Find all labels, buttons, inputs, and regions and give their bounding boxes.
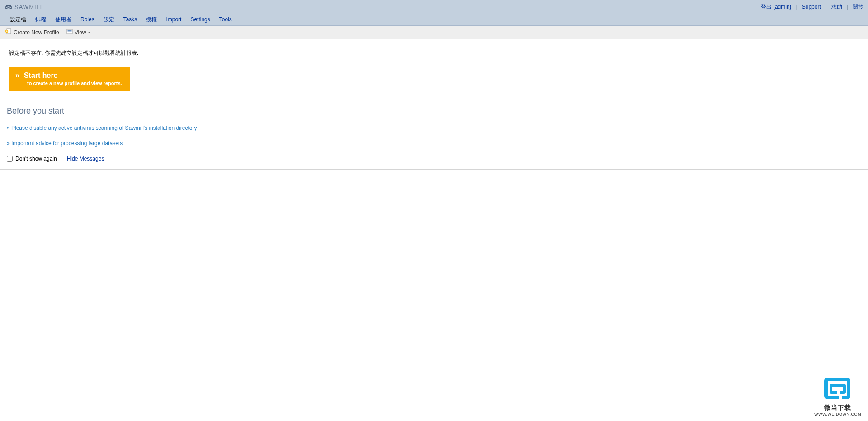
logo: SAWMILL <box>5 4 44 10</box>
nav-profiles[interactable]: 設定檔 <box>10 16 26 24</box>
brand-text: SAWMILL <box>14 4 44 10</box>
support-link[interactable]: Support <box>802 4 821 10</box>
nav-roles[interactable]: Roles <box>80 16 94 23</box>
help-link[interactable]: 求助 <box>831 3 842 11</box>
view-icon <box>66 28 73 36</box>
link-separator: | <box>795 4 798 10</box>
start-here-button[interactable]: » Start here to create a new profile and… <box>9 67 130 91</box>
top-links: 登出 {admin} | Support | 求助 | 關於 <box>761 3 863 11</box>
dont-show-row: Don't show again Hide Messages <box>7 156 861 162</box>
logout-link[interactable]: 登出 {admin} <box>761 3 792 11</box>
large-datasets-tip-link[interactable]: » Important advice for processing large … <box>7 140 861 147</box>
dont-show-checkbox[interactable] <box>7 156 13 162</box>
about-link[interactable]: 關於 <box>853 3 863 11</box>
nav-bar: 設定檔 排程 使用者 Roles 設定 Tasks 授權 Import Sett… <box>0 14 868 26</box>
brand-mill: MILL <box>29 4 44 10</box>
toolbar: Create New Profile View ▾ <box>0 26 868 39</box>
brand-saw: SAW <box>14 4 29 10</box>
view-dropdown[interactable]: View ▾ <box>66 28 90 36</box>
hide-messages-link[interactable]: Hide Messages <box>67 156 104 162</box>
sawmill-logo-icon <box>5 4 13 10</box>
nav-license[interactable]: 授權 <box>146 16 157 24</box>
nav-tools[interactable]: Tools <box>219 16 232 23</box>
create-profile-label: Create New Profile <box>14 29 59 36</box>
before-you-start-section: Before you start » Please disable any ac… <box>0 99 868 170</box>
nav-config[interactable]: 設定 <box>104 16 114 24</box>
arrow-icon: » <box>15 71 19 80</box>
nav-scheduler[interactable]: 排程 <box>35 16 46 24</box>
start-here-subtitle: to create a new profile and view reports… <box>27 80 122 86</box>
dont-show-label[interactable]: Don't show again <box>15 156 57 162</box>
no-profile-message: 設定檔不存在. 你需先建立設定檔才可以觀看統計報表. <box>9 49 859 57</box>
nav-tasks[interactable]: Tasks <box>123 16 137 23</box>
view-label: View <box>75 29 86 36</box>
nav-settings[interactable]: Settings <box>190 16 210 23</box>
top-header: SAWMILL 登出 {admin} | Support | 求助 | 關於 <box>0 0 868 14</box>
link-separator: | <box>825 4 828 10</box>
nav-users[interactable]: 使用者 <box>55 16 71 24</box>
nav-import[interactable]: Import <box>166 16 181 23</box>
chevron-down-icon: ▾ <box>88 30 90 34</box>
link-separator: | <box>846 4 849 10</box>
create-new-profile-button[interactable]: Create New Profile <box>5 28 59 36</box>
content-area: 設定檔不存在. 你需先建立設定檔才可以觀看統計報表. » Start here … <box>0 39 868 99</box>
start-here-title: Start here <box>24 71 58 80</box>
antivirus-tip-link[interactable]: » Please disable any active antivirus sc… <box>7 125 861 131</box>
before-title: Before you start <box>7 106 861 116</box>
new-profile-icon <box>5 28 12 36</box>
